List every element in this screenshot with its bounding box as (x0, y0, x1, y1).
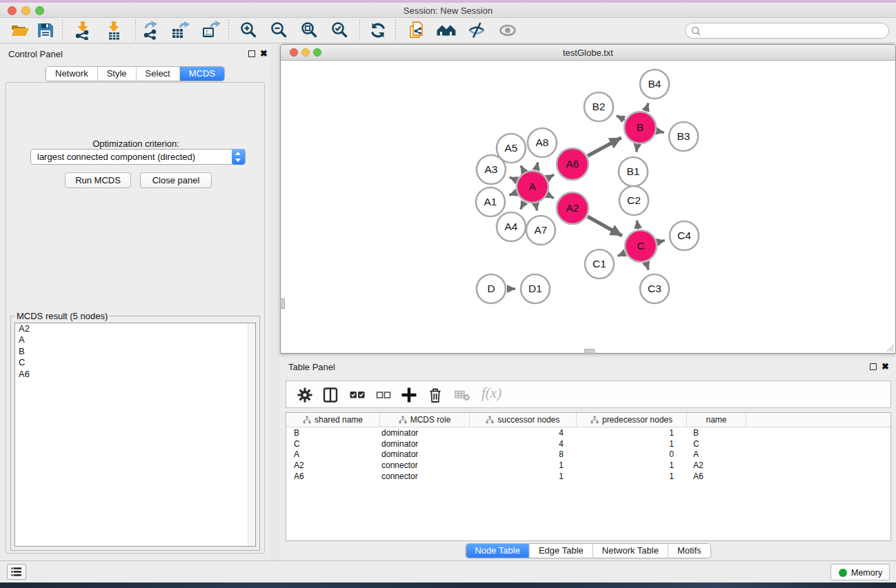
add-column-icon[interactable] (401, 387, 417, 403)
graph-edge-A-A8[interactable] (536, 162, 537, 170)
tab-mcds[interactable]: MCDS (179, 67, 224, 81)
mcds-result-item[interactable]: B (15, 346, 255, 357)
float-table-panel-icon[interactable] (870, 363, 877, 370)
table-cell[interactable]: 1 (577, 439, 687, 449)
export-network-icon[interactable] (141, 21, 160, 40)
zoom-out-icon[interactable] (270, 21, 289, 40)
graph-edge-A-A5[interactable] (521, 165, 524, 172)
table-settings-icon[interactable] (297, 387, 313, 403)
table-row[interactable]: A6connector11A6 (286, 471, 890, 482)
table-cell[interactable]: 4 (470, 439, 577, 449)
mcds-result-item[interactable]: A (15, 334, 255, 345)
open-session-icon[interactable] (10, 21, 30, 40)
graph-edge-A2-C[interactable] (588, 216, 622, 236)
table-cell[interactable]: connector (380, 472, 470, 481)
close-panel-button[interactable]: Close panel (140, 172, 212, 188)
graph-edge-A-A1[interactable] (509, 192, 516, 195)
table-cell[interactable]: A (687, 449, 746, 459)
graph-edge-C-C2[interactable] (637, 221, 638, 230)
column-browser-icon[interactable] (322, 387, 339, 403)
export-table-icon[interactable] (170, 21, 190, 40)
graph-edge-B-B3[interactable] (657, 131, 664, 132)
table-cell[interactable]: A2 (687, 460, 746, 470)
column-header-predecessor-nodes[interactable]: predecessor nodes (577, 413, 687, 427)
table-cell[interactable]: 1 (577, 428, 687, 438)
column-header-name[interactable]: name (687, 413, 746, 427)
tab-edge-table[interactable]: Edge Table (529, 544, 593, 558)
delete-column-icon[interactable] (427, 387, 444, 403)
graph-edge-A-A3[interactable] (510, 177, 517, 180)
function-builder-icon[interactable]: f(x) (481, 385, 501, 402)
table-cell[interactable]: C (286, 439, 380, 449)
graph-edge-A-A4[interactable] (521, 202, 525, 209)
graph-edge-A-A2[interactable] (548, 195, 554, 199)
table-cell[interactable]: 1 (577, 460, 687, 470)
show-details-icon[interactable] (498, 21, 517, 40)
tab-style[interactable]: Style (97, 67, 136, 81)
table-cell[interactable]: 1 (577, 472, 687, 481)
optimization-criterion-dropdown[interactable]: largest connected component (directed) (30, 149, 246, 165)
search-input[interactable] (704, 24, 883, 37)
horizontal-scrollbar-fragment[interactable] (584, 349, 595, 354)
column-header-shared-name[interactable]: shared name (286, 413, 380, 427)
task-history-button[interactable] (7, 564, 26, 580)
export-image-icon[interactable] (201, 21, 220, 40)
mcds-result-item[interactable]: C (15, 357, 255, 368)
import-table-icon[interactable] (104, 21, 123, 40)
graph-edge-C-C1[interactable] (618, 253, 625, 256)
tab-network-table[interactable]: Network Table (593, 544, 668, 558)
table-cell[interactable]: 1 (470, 460, 577, 470)
close-table-panel-icon[interactable]: ✖ (882, 361, 889, 372)
column-header-successor-nodes[interactable]: successor nodes (470, 413, 577, 427)
mcds-result-item[interactable]: A2 (15, 323, 255, 334)
table-cell[interactable]: dominator (380, 439, 470, 449)
table-cell[interactable]: A (286, 449, 380, 459)
table-cell[interactable]: dominator (380, 449, 470, 459)
vertical-scrollbar-fragment[interactable] (280, 298, 285, 309)
save-session-icon[interactable] (36, 21, 55, 40)
select-all-icon[interactable] (349, 387, 366, 403)
table-cell[interactable]: A6 (687, 472, 746, 481)
graph-edge-B-B1[interactable] (636, 145, 637, 152)
table-cell[interactable]: B (286, 428, 380, 438)
run-mcds-button[interactable]: Run MCDS (65, 172, 131, 188)
zoom-fit-icon[interactable] (300, 21, 319, 40)
graph-edge-A6-B[interactable] (588, 138, 621, 156)
table-row[interactable]: A2connector11A2 (286, 460, 890, 471)
float-panel-icon[interactable] (248, 50, 255, 57)
tab-motifs[interactable]: Motifs (668, 544, 710, 558)
import-network-icon[interactable] (73, 21, 92, 40)
table-cell[interactable]: dominator (380, 428, 470, 438)
delete-table-icon[interactable] (454, 387, 470, 403)
table-row[interactable]: Adominator80A (286, 449, 890, 460)
table-cell[interactable]: 4 (470, 428, 577, 438)
close-panel-icon[interactable]: ✖ (260, 48, 268, 59)
copy-network-icon[interactable] (408, 21, 427, 40)
table-row[interactable]: Cdominator41C (286, 438, 890, 449)
table-row[interactable]: Bdominator41B (286, 427, 890, 438)
tab-network[interactable]: Network (46, 67, 97, 81)
table-cell[interactable]: A2 (286, 460, 380, 470)
table-cell[interactable]: A6 (286, 472, 380, 481)
graph-edge-B-B4[interactable] (646, 103, 648, 112)
table-cell[interactable]: C (687, 439, 746, 449)
table-cell[interactable]: connector (380, 460, 470, 470)
table-cell[interactable]: 0 (577, 449, 687, 459)
tab-node-table[interactable]: Node Table (466, 544, 529, 558)
search-field[interactable] (685, 23, 889, 39)
zoom-in-icon[interactable] (239, 21, 259, 40)
home-icon[interactable] (437, 21, 456, 40)
table-cell[interactable]: 1 (470, 472, 577, 481)
memory-button[interactable]: Memory (830, 564, 890, 580)
network-canvas[interactable]: B4B2BB3A8A5A6A3B1AC2A1A2A4A7C4CC1C3DD1 (281, 61, 895, 353)
result-list-scrollbar[interactable] (248, 323, 255, 546)
table-cell[interactable]: 8 (470, 449, 577, 459)
window-resize-grip[interactable] (885, 343, 895, 352)
mcds-result-item[interactable]: A6 (15, 369, 255, 380)
column-header-mcds-role[interactable]: MCDS role (380, 413, 470, 427)
table-cell[interactable]: B (687, 428, 746, 438)
graph-edge-C-C3[interactable] (646, 263, 648, 270)
graph-edge-B-B2[interactable] (617, 116, 625, 120)
graph-edge-C-C4[interactable] (657, 241, 664, 242)
hide-details-icon[interactable] (467, 21, 486, 40)
